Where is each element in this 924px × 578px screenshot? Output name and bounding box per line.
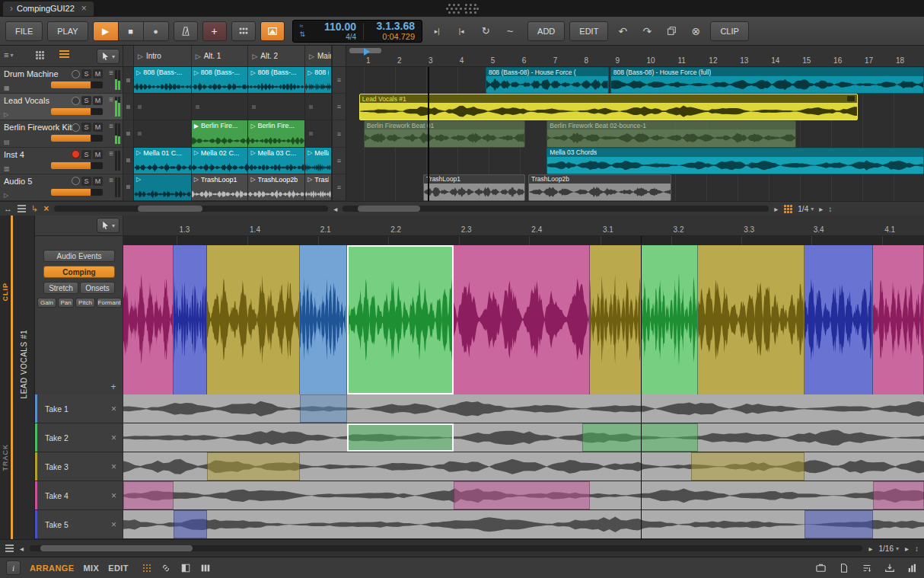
clip-stop-button[interactable] <box>123 148 133 174</box>
link-icon[interactable] <box>161 563 171 573</box>
take-header[interactable]: Take 2× <box>35 423 123 452</box>
record-arm-button[interactable] <box>72 150 80 158</box>
track-header[interactable]: Berlin Firework Kit▤SM≡ <box>0 120 123 147</box>
fill-button[interactable] <box>260 21 285 41</box>
volume-slider[interactable] <box>51 108 103 115</box>
clip-slot[interactable] <box>248 94 305 120</box>
take-region[interactable] <box>300 394 346 423</box>
stop-button[interactable]: ■ <box>118 21 144 41</box>
arranger-clip[interactable]: 808 (Bass-08) - House Force (full) <box>610 67 924 94</box>
editor-scrollbar[interactable] <box>30 545 862 551</box>
clip-stop-button[interactable] <box>123 94 133 120</box>
launcher-overview-icon[interactable] <box>783 204 792 213</box>
take-header[interactable]: Take 1× <box>35 394 123 423</box>
mix-mode-tab[interactable]: MIX <box>83 564 99 573</box>
take-header[interactable]: Take 5× <box>35 510 123 538</box>
arranger-clip[interactable]: TrashLoop2b <box>528 174 671 201</box>
delete-take-button[interactable]: × <box>111 433 116 443</box>
solo-button[interactable]: S <box>81 69 91 78</box>
redo-button[interactable]: ↷ <box>637 22 657 40</box>
take-lane[interactable] <box>123 510 924 538</box>
clip-play-icon[interactable]: ▷ <box>194 149 199 156</box>
mute-button[interactable]: M <box>93 123 103 132</box>
launcher-scrollbar[interactable] <box>54 206 328 212</box>
delete-take-button[interactable]: × <box>111 461 116 472</box>
punch-out-button[interactable]: |◂ <box>451 22 471 40</box>
project-panel-icon[interactable] <box>815 562 827 573</box>
download-tray-icon[interactable] <box>884 563 895 573</box>
clip-play-icon[interactable]: ▷ <box>307 149 312 156</box>
scrollbar-thumb[interactable] <box>40 545 193 551</box>
track-options-icon[interactable]: ≡ <box>333 94 346 120</box>
clip-slot[interactable]: ▶Berlin Fire... <box>192 120 249 146</box>
comp-segment[interactable] <box>300 245 346 394</box>
take-lane[interactable] <box>123 452 924 481</box>
clip-play-icon[interactable]: ▷ <box>136 69 141 76</box>
mixer-meter-icon[interactable] <box>907 563 918 573</box>
play-menu-button[interactable]: PLAY <box>47 21 88 41</box>
scene-header[interactable]: ▷Intro <box>134 46 192 66</box>
comp-segment[interactable] <box>873 245 924 394</box>
clip-play-icon[interactable]: ▷ <box>307 176 312 183</box>
arranger-clip[interactable]: TrashLoop1 <box>423 174 525 201</box>
clip-play-icon[interactable]: ▷ <box>250 149 255 156</box>
take-layers-icon[interactable] <box>5 544 14 552</box>
take-region[interactable] <box>454 481 590 509</box>
clip-slot[interactable]: ▷TrashLoop1 <box>192 174 249 200</box>
dual-panel-icon[interactable] <box>180 563 191 573</box>
add-take-lane-button[interactable]: + <box>108 382 119 392</box>
comp-segment[interactable] <box>454 245 590 394</box>
clear-icon[interactable]: × <box>43 203 49 214</box>
clip-play-icon[interactable]: ▷ <box>250 123 255 129</box>
volume-slider[interactable] <box>51 189 103 196</box>
solo-button[interactable]: S <box>81 177 91 186</box>
comp-segment[interactable] <box>642 245 699 394</box>
take-header[interactable]: Take 4× <box>35 481 123 509</box>
clip-play-icon[interactable]: ▷ <box>250 69 255 76</box>
take-region[interactable] <box>347 423 454 452</box>
track-list-menu-button[interactable]: ≡▾ <box>4 50 13 59</box>
delete-take-button[interactable]: × <box>111 490 116 501</box>
scene-header[interactable]: ▷Main <box>305 46 332 66</box>
take-lane[interactable] <box>123 394 924 423</box>
solo-button[interactable]: S <box>81 96 91 105</box>
track-options-icon[interactable]: ≡ <box>333 174 346 201</box>
play-button[interactable]: ▶ <box>93 21 119 41</box>
arranger-timeline[interactable]: 808 (Bass-08) - House Force (808 (Bass-0… <box>346 67 924 201</box>
track-header[interactable]: Audio 5▷SM≡ <box>0 174 123 201</box>
take-region[interactable] <box>805 510 872 538</box>
record-button[interactable]: ● <box>143 21 169 41</box>
scroll-left-icon[interactable]: ◂ <box>333 205 337 213</box>
clip-slot[interactable]: ▷ <box>134 174 192 200</box>
comp-segment[interactable] <box>347 245 454 394</box>
take-region[interactable] <box>691 452 805 481</box>
mute-button[interactable]: M <box>93 177 103 186</box>
take-region[interactable] <box>207 452 300 481</box>
mute-button[interactable]: M <box>93 150 103 159</box>
tempo-section[interactable]: 110.00 4/4 <box>312 21 356 42</box>
loop-button[interactable]: ↻ <box>476 22 495 40</box>
track-menu-icon[interactable]: ≡ <box>109 122 113 130</box>
pitch-button[interactable]: Pitch <box>75 298 95 308</box>
time-signature-value[interactable]: 4/4 <box>346 33 356 42</box>
track-tab[interactable]: TRACK <box>2 444 9 471</box>
arranger-scrollbar[interactable] <box>343 206 769 212</box>
comp-segment[interactable] <box>590 245 641 394</box>
clip-stop-button[interactable] <box>123 67 133 94</box>
arranger-clip[interactable]: Berlin Firework Beat 01 <box>364 120 525 147</box>
track-menu-icon[interactable]: ≡ <box>109 176 113 184</box>
tab-close-icon[interactable]: × <box>81 3 87 14</box>
comping-button[interactable]: Comping <box>43 266 115 278</box>
clip-play-icon[interactable]: ▷ <box>136 176 141 183</box>
formant-button[interactable]: Formant <box>97 298 122 308</box>
solo-button[interactable]: S <box>81 123 91 132</box>
tempo-value[interactable]: 110.00 <box>324 21 356 33</box>
editor-track-name-strip[interactable]: LEAD VOCALS #1 <box>13 216 35 539</box>
clip-slot[interactable] <box>134 94 192 120</box>
comp-segment[interactable] <box>174 245 207 394</box>
next-bar-icon[interactable]: ▸ <box>819 205 823 213</box>
editor-tool-button[interactable]: ▾ <box>97 218 119 233</box>
file-browser-icon[interactable] <box>839 563 849 573</box>
take-lane[interactable] <box>123 423 924 452</box>
take-region[interactable] <box>174 510 207 538</box>
